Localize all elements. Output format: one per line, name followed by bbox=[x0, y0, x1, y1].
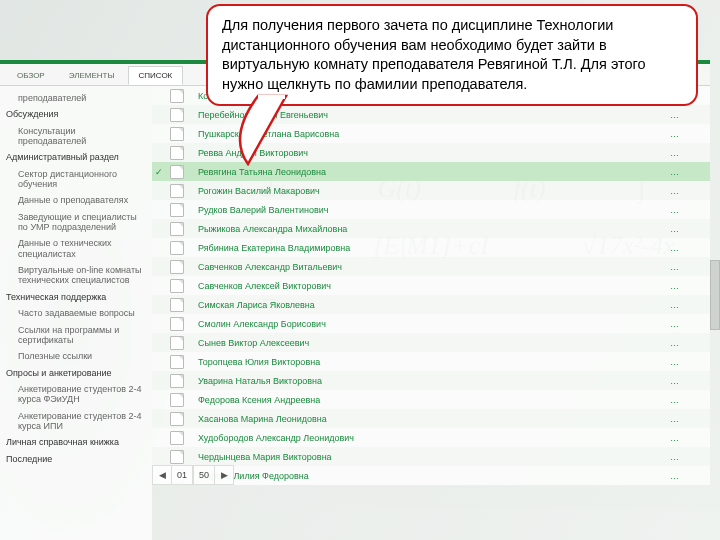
table-row[interactable]: Федорова Ксения Андреевна… bbox=[152, 390, 710, 409]
sidebar-item[interactable]: Ссылки на программы и сертификаты bbox=[0, 322, 152, 349]
table-row[interactable]: Рудков Валерий Валентинович… bbox=[152, 200, 710, 219]
page-icon bbox=[170, 222, 184, 236]
sidebar-item[interactable]: Данные о преподавателях bbox=[0, 192, 152, 208]
row-menu[interactable]: … bbox=[670, 110, 710, 120]
page-icon bbox=[170, 184, 184, 198]
sidebar-item[interactable]: Анкетирование студентов 2-4 курса ФЭиУДН bbox=[0, 381, 152, 408]
page-icon bbox=[170, 241, 184, 255]
row-menu[interactable]: … bbox=[670, 186, 710, 196]
row-name[interactable]: Рыжикова Александра Михайловна bbox=[188, 224, 670, 234]
row-menu[interactable]: … bbox=[670, 129, 710, 139]
page-icon bbox=[170, 298, 184, 312]
row-menu[interactable]: … bbox=[670, 452, 710, 462]
row-name[interactable]: Чердынцева Мария Викторовна bbox=[188, 452, 670, 462]
page-icon bbox=[170, 412, 184, 426]
sidebar-item[interactable]: преподавателей bbox=[0, 90, 152, 106]
row-name[interactable]: Сынев Виктор Алексеевич bbox=[188, 338, 670, 348]
sidebar-item[interactable]: Последние bbox=[0, 451, 152, 467]
table-row[interactable]: Ревва Андрей Викторович… bbox=[152, 143, 710, 162]
tab-elements[interactable]: ЭЛЕМЕНТЫ bbox=[58, 66, 126, 85]
row-name[interactable]: Савченков Александр Витальевич bbox=[188, 262, 670, 272]
page-icon bbox=[170, 165, 184, 179]
table-row[interactable]: Симская Лариса Яковлевна… bbox=[152, 295, 710, 314]
sidebar-item[interactable]: Заведующие и специалисты по УМР подразде… bbox=[0, 209, 152, 236]
scrollbar-thumb[interactable] bbox=[710, 260, 720, 330]
row-name[interactable]: Рудков Валерий Валентинович bbox=[188, 205, 670, 215]
row-name[interactable]: Уварина Наталья Викторовна bbox=[188, 376, 670, 386]
main-panel: Конькова Наталья Алексеевна… Перебейнос … bbox=[152, 86, 710, 540]
row-menu[interactable]: … bbox=[670, 357, 710, 367]
row-menu[interactable]: … bbox=[670, 433, 710, 443]
row-menu[interactable]: … bbox=[670, 167, 710, 177]
table-row[interactable]: Рогожин Василий Макарович… bbox=[152, 181, 710, 200]
sidebar-item[interactable]: Административный раздел bbox=[0, 149, 152, 165]
row-name[interactable]: Рогожин Василий Макарович bbox=[188, 186, 670, 196]
sidebar-item[interactable]: Сектор дистанционного обучения bbox=[0, 166, 152, 193]
table-row[interactable]: Савченков Александр Витальевич… bbox=[152, 257, 710, 276]
row-menu[interactable]: … bbox=[670, 376, 710, 386]
row-name[interactable]: Шарова Лилия Федоровна bbox=[188, 471, 670, 481]
row-menu[interactable]: … bbox=[670, 395, 710, 405]
table-row[interactable]: Худобородов Александр Леонидович… bbox=[152, 428, 710, 447]
row-name[interactable]: Савченков Алексей Викторович bbox=[188, 281, 670, 291]
pager-next[interactable]: ▶ bbox=[215, 466, 233, 484]
sidebar-item[interactable]: Консультации преподавателей bbox=[0, 123, 152, 150]
table-row[interactable]: Рябинина Екатерина Владимировна… bbox=[152, 238, 710, 257]
table-row[interactable]: Смолин Александр Борисович… bbox=[152, 314, 710, 333]
callout-text: Для получения первого зачета по дисципли… bbox=[222, 17, 646, 92]
tab-list[interactable]: СПИСОК bbox=[128, 66, 184, 85]
table-row[interactable]: Чердынцева Мария Викторовна… bbox=[152, 447, 710, 466]
sidebar-item[interactable]: Опросы и анкетирование bbox=[0, 365, 152, 381]
page-icon bbox=[170, 374, 184, 388]
pager-current: 01 bbox=[171, 466, 193, 484]
sidebar-item[interactable]: Виртуальные on-line комнаты технических … bbox=[0, 262, 152, 289]
row-name[interactable]: Симская Лариса Яковлевна bbox=[188, 300, 670, 310]
row-menu[interactable]: … bbox=[670, 414, 710, 424]
row-menu[interactable]: … bbox=[670, 300, 710, 310]
table-row[interactable]: Пушкарская Светлана Варисовна… bbox=[152, 124, 710, 143]
sidebar-item[interactable]: Личная справочная книжка bbox=[0, 434, 152, 450]
content-area: преподавателей Обсуждения Консультации п… bbox=[0, 86, 710, 540]
sidebar-item[interactable]: Анкетирование студентов 2-4 курса ИПИ bbox=[0, 408, 152, 435]
table-row-selected[interactable]: ✓Ревягина Татьяна Леонидовна… bbox=[152, 162, 710, 181]
page-icon bbox=[170, 317, 184, 331]
row-name[interactable]: Федорова Ксения Андреевна bbox=[188, 395, 670, 405]
row-menu[interactable]: … bbox=[670, 262, 710, 272]
row-name[interactable]: Торопцева Юлия Викторовна bbox=[188, 357, 670, 367]
sidebar-item[interactable]: Техническая поддержка bbox=[0, 289, 152, 305]
row-menu[interactable]: … bbox=[670, 281, 710, 291]
row-menu[interactable]: … bbox=[670, 338, 710, 348]
table-row[interactable]: Шарова Лилия Федоровна… bbox=[152, 466, 710, 485]
page-icon bbox=[170, 260, 184, 274]
row-name[interactable]: Смолин Александр Борисович bbox=[188, 319, 670, 329]
page-icon bbox=[170, 393, 184, 407]
page-icon bbox=[170, 355, 184, 369]
sidebar-item[interactable]: Данные о технических специалистах bbox=[0, 235, 152, 262]
table-row[interactable]: Хасанова Марина Леонидовна… bbox=[152, 409, 710, 428]
row-menu[interactable]: … bbox=[670, 319, 710, 329]
row-name[interactable]: Худобородов Александр Леонидович bbox=[188, 433, 670, 443]
row-menu[interactable]: … bbox=[670, 224, 710, 234]
table-row[interactable]: Уварина Наталья Викторовна… bbox=[152, 371, 710, 390]
page-icon bbox=[170, 203, 184, 217]
page-icon bbox=[170, 431, 184, 445]
sidebar-item[interactable]: Полезные ссылки bbox=[0, 348, 152, 364]
table-row[interactable]: Торопцева Юлия Викторовна… bbox=[152, 352, 710, 371]
pager-prev[interactable]: ◀ bbox=[153, 466, 171, 484]
page-icon bbox=[170, 336, 184, 350]
table-row[interactable]: Рыжикова Александра Михайловна… bbox=[152, 219, 710, 238]
row-name[interactable]: Ревягина Татьяна Леонидовна bbox=[188, 167, 670, 177]
table-row[interactable]: Перебейнос Артем Евгеньевич… bbox=[152, 105, 710, 124]
table-row[interactable]: Сынев Виктор Алексеевич… bbox=[152, 333, 710, 352]
table-row[interactable]: Савченков Алексей Викторович… bbox=[152, 276, 710, 295]
row-name[interactable]: Рябинина Екатерина Владимировна bbox=[188, 243, 670, 253]
row-menu[interactable]: … bbox=[670, 148, 710, 158]
sidebar-item[interactable]: Обсуждения bbox=[0, 106, 152, 122]
tab-overview[interactable]: ОБЗОР bbox=[6, 66, 56, 85]
row-menu[interactable]: … bbox=[670, 243, 710, 253]
sidebar-item[interactable]: Часто задаваемые вопросы bbox=[0, 305, 152, 321]
row-name[interactable]: Хасанова Марина Леонидовна bbox=[188, 414, 670, 424]
row-menu[interactable]: … bbox=[670, 471, 710, 481]
teacher-list: Конькова Наталья Алексеевна… Перебейнос … bbox=[152, 86, 710, 485]
row-menu[interactable]: … bbox=[670, 205, 710, 215]
